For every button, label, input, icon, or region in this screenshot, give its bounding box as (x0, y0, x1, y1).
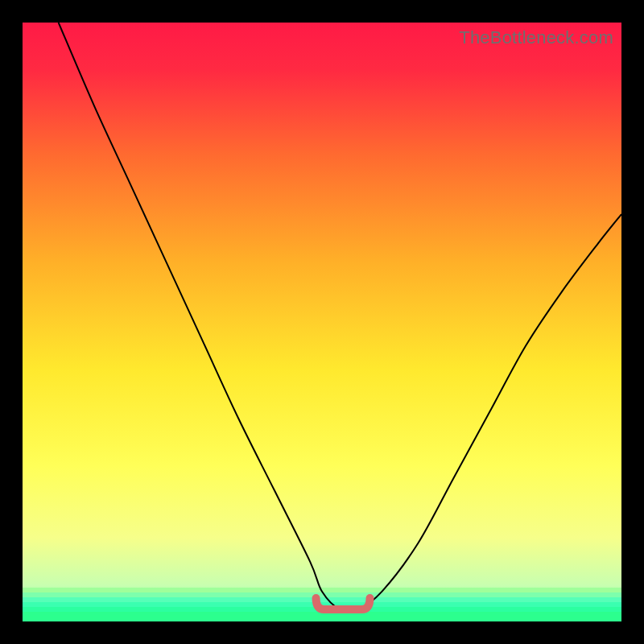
svg-rect-1 (23, 592, 621, 597)
chart-frame: TheBottleneck.com (23, 23, 621, 621)
bottleneck-plot (23, 23, 621, 621)
heat-gradient-background (23, 23, 621, 621)
watermark-text: TheBottleneck.com (459, 27, 613, 48)
svg-rect-2 (23, 597, 621, 602)
